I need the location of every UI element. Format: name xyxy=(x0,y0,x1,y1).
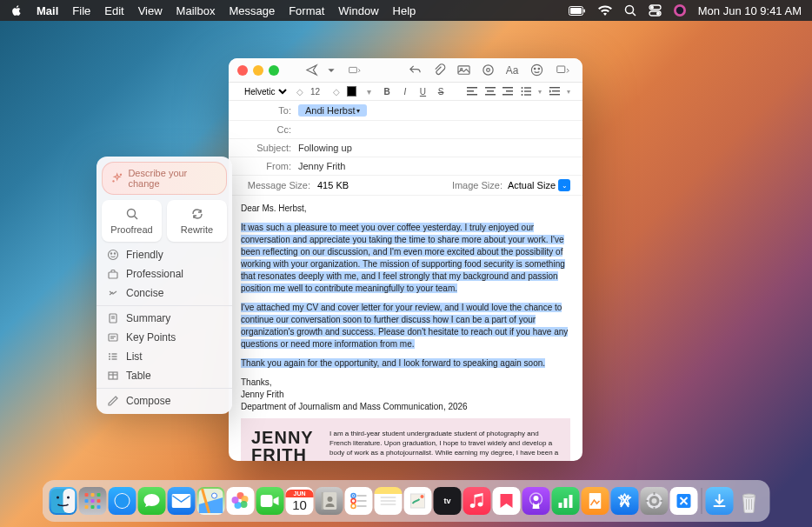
svg-point-87 xyxy=(328,497,333,502)
emoji-button[interactable] xyxy=(527,62,546,79)
svg-rect-1 xyxy=(570,8,582,14)
window-close-button[interactable] xyxy=(237,65,248,76)
font-size[interactable]: 12 xyxy=(310,87,326,97)
dock-notes[interactable] xyxy=(375,487,403,515)
ai-list[interactable]: List xyxy=(97,347,232,366)
strike-button[interactable]: S xyxy=(436,85,447,97)
ai-summary[interactable]: Summary xyxy=(97,309,232,328)
format-button[interactable] xyxy=(478,62,497,79)
send-button[interactable] xyxy=(302,62,321,79)
image-size-dropdown[interactable]: ⌄ xyxy=(558,179,570,191)
dock-tv[interactable]: tv xyxy=(434,487,462,515)
search-icon[interactable] xyxy=(624,4,636,17)
dock-mail[interactable] xyxy=(168,487,196,515)
italic-button[interactable]: I xyxy=(400,85,411,97)
svg-point-15 xyxy=(486,69,489,72)
dock-photos[interactable] xyxy=(227,487,255,515)
dock-maps[interactable] xyxy=(197,487,225,515)
menu-mailbox[interactable]: Mailbox xyxy=(176,4,216,17)
ai-professional[interactable]: Professional xyxy=(97,264,232,284)
menubar-app-name[interactable]: Mail xyxy=(37,4,58,17)
dock-finder[interactable] xyxy=(50,487,77,515)
svg-point-18 xyxy=(538,68,540,70)
dock-launchpad[interactable] xyxy=(79,487,107,515)
window-minimize-button[interactable] xyxy=(253,65,263,76)
underline-button[interactable]: U xyxy=(417,85,429,97)
ai-concise[interactable]: Concise xyxy=(97,284,232,303)
dock-news[interactable] xyxy=(493,487,521,515)
dock-calendar[interactable]: JUN 10 xyxy=(286,487,314,515)
menu-file[interactable]: File xyxy=(72,4,90,17)
ai-keypoints[interactable]: Key Points xyxy=(97,328,232,347)
photo-button[interactable] xyxy=(454,62,473,79)
svg-rect-69 xyxy=(91,499,95,503)
svg-rect-94 xyxy=(357,505,367,507)
proofread-button[interactable]: Proofread xyxy=(102,200,162,242)
subject-field[interactable]: Following up xyxy=(298,143,570,153)
media-browser-button[interactable] xyxy=(551,62,574,79)
dock-settings[interactable] xyxy=(641,487,669,515)
dock-messages[interactable] xyxy=(138,487,166,515)
dock-freeform[interactable] xyxy=(404,487,432,515)
to-field[interactable]: Andi Herbst xyxy=(298,104,570,117)
list-button[interactable] xyxy=(521,85,532,97)
text-style-button[interactable]: Aa xyxy=(503,62,522,79)
dock-facetime[interactable] xyxy=(256,487,284,515)
reply-options-button[interactable] xyxy=(342,62,368,79)
menu-format[interactable]: Format xyxy=(289,4,324,17)
wifi-icon[interactable] xyxy=(598,5,612,16)
battery-icon[interactable] xyxy=(569,6,586,16)
attach-button[interactable] xyxy=(429,62,449,79)
indent-button[interactable] xyxy=(549,85,560,97)
font-select[interactable]: Helvetica xyxy=(241,86,290,97)
dock-podcasts[interactable] xyxy=(522,487,550,515)
ai-friendly[interactable]: Friendly xyxy=(97,245,232,264)
menu-edit[interactable]: Edit xyxy=(104,4,123,17)
header-dropdown-button[interactable] xyxy=(326,62,336,79)
text-color-swatch[interactable] xyxy=(347,86,356,97)
collapse-icon xyxy=(107,287,119,299)
menu-help[interactable]: Help xyxy=(393,4,416,17)
dock-xcode[interactable] xyxy=(670,487,698,515)
svg-rect-27 xyxy=(506,90,513,92)
bold-button[interactable]: B xyxy=(382,85,393,97)
menu-window[interactable]: Window xyxy=(338,4,378,17)
rewrite-button[interactable]: Rewrite xyxy=(167,200,227,242)
dock-appstore[interactable] xyxy=(611,487,639,515)
recipient-pill[interactable]: Andi Herbst xyxy=(298,104,367,117)
mail-compose-window: Aa Helvetica ◇ 12 ◇ ▾ B I U S ▾ ▾ To: An… xyxy=(229,58,582,461)
dock: JUN 10 tv xyxy=(43,480,770,522)
svg-text:tv: tv xyxy=(443,497,450,505)
ai-prompt-input[interactable]: Describe your change xyxy=(102,162,227,195)
ai-table[interactable]: Table xyxy=(97,366,232,385)
reply-button[interactable] xyxy=(405,62,424,79)
control-center-icon[interactable] xyxy=(649,4,662,17)
svg-rect-21 xyxy=(467,90,474,92)
color-dropdown-icon[interactable]: ▾ xyxy=(363,85,375,97)
apple-logo-icon[interactable] xyxy=(10,4,23,17)
message-body[interactable]: Dear Ms. Herbst, It was such a pleasure … xyxy=(229,196,582,461)
align-left-button[interactable] xyxy=(467,85,478,97)
dock-contacts[interactable] xyxy=(316,487,343,515)
rewrite-icon xyxy=(190,207,204,221)
menu-view[interactable]: View xyxy=(138,4,163,17)
siri-icon[interactable] xyxy=(674,4,686,17)
dock-pages[interactable] xyxy=(582,487,609,515)
menubar-datetime[interactable]: Mon Jun 10 9:41 AM xyxy=(698,4,802,17)
attachment-preview[interactable]: JENNY FRITH I am a third-year student un… xyxy=(241,418,570,461)
image-size-value: Actual Size xyxy=(508,180,556,190)
menu-message[interactable]: Message xyxy=(229,4,275,17)
dock-reminders[interactable] xyxy=(345,487,373,515)
dock-music[interactable] xyxy=(463,487,491,515)
from-field[interactable]: Jenny Frith xyxy=(298,161,570,171)
svg-rect-20 xyxy=(467,87,477,89)
ai-compose[interactable]: Compose xyxy=(97,391,232,410)
writing-tools-popup: Describe your change Proofread Rewrite F… xyxy=(97,157,232,414)
dock-safari[interactable] xyxy=(109,487,136,515)
window-zoom-button[interactable] xyxy=(269,65,279,76)
dock-numbers[interactable] xyxy=(552,487,580,515)
align-right-button[interactable] xyxy=(503,85,514,97)
align-center-button[interactable] xyxy=(484,85,496,97)
dock-trash[interactable] xyxy=(735,487,763,515)
dock-downloads[interactable] xyxy=(706,487,734,515)
